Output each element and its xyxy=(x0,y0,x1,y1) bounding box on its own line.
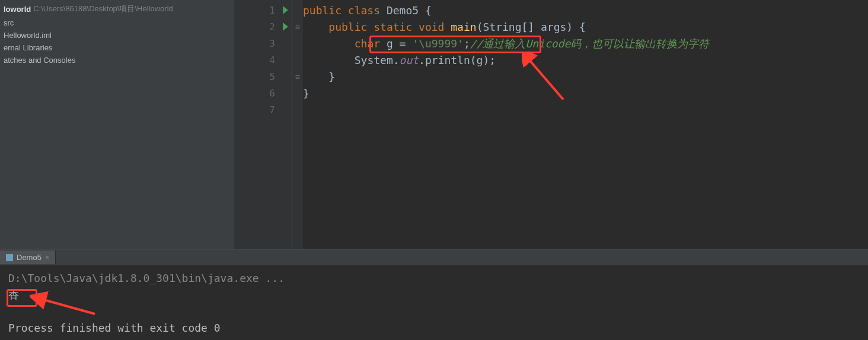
run-tab-label: Demo5 xyxy=(17,253,42,262)
tree-item-external-libs[interactable]: ernal Libraries xyxy=(0,41,234,54)
fold-icon[interactable]: ⊟ xyxy=(292,19,303,36)
code-token: main xyxy=(451,21,476,33)
console-output: 香 xyxy=(8,287,860,303)
gutter: 1 2 3 4 5 6 7 xyxy=(234,0,292,249)
line-number: 1 xyxy=(269,5,275,16)
code-token: out xyxy=(400,54,419,66)
code-token: (String[] args) { xyxy=(477,21,586,33)
line-number: 7 xyxy=(269,104,275,116)
code-token: class xyxy=(348,4,387,17)
code-editor[interactable]: 1 2 3 4 5 6 7 ⊟ ⊟ public class Demo5 { p… xyxy=(234,0,868,249)
run-tab[interactable]: Demo5 × xyxy=(0,251,56,264)
code-token: public static xyxy=(328,21,419,33)
line-number: 3 xyxy=(269,38,275,49)
fold-icon[interactable]: ⊟ xyxy=(292,69,303,85)
run-config-icon xyxy=(6,254,13,261)
run-gutter-icon[interactable] xyxy=(283,6,288,14)
line-number: 4 xyxy=(269,54,275,66)
run-gutter-icon[interactable] xyxy=(283,23,288,31)
code-token: .println(g); xyxy=(419,54,496,66)
tree-item-src[interactable]: src xyxy=(0,17,234,29)
code-token: public xyxy=(303,4,348,17)
line-number: 6 xyxy=(269,88,275,99)
project-path: C:\Users\86188\Desktop\项目\Helloworld xyxy=(33,4,173,14)
project-tree[interactable]: loworld C:\Users\86188\Desktop\项目\Hellow… xyxy=(0,0,234,249)
project-root[interactable]: loworld C:\Users\86188\Desktop\项目\Hellow… xyxy=(0,1,234,17)
code-token: '\u9999' xyxy=(412,37,464,50)
tree-item-scratches[interactable]: atches and Consoles xyxy=(0,54,234,66)
project-name: loworld xyxy=(4,5,31,14)
code-token: char xyxy=(355,37,387,50)
code-token: } xyxy=(328,70,335,83)
fold-column: ⊟ ⊟ xyxy=(292,0,303,249)
code-token: Demo5 xyxy=(387,4,425,17)
code-token: System. xyxy=(355,54,400,66)
console-exit: Process finished with exit code 0 xyxy=(8,320,860,336)
line-number: 2 xyxy=(269,21,275,33)
code-comment: //通过输入Unicode码，也可以让输出转换为字符 xyxy=(470,37,710,50)
close-icon[interactable]: × xyxy=(45,254,49,262)
fold-icon[interactable] xyxy=(292,2,303,19)
console-blank xyxy=(8,303,860,320)
run-console[interactable]: D:\Tools\Java\jdk1.8.0_301\bin\java.exe … xyxy=(0,265,868,340)
tree-item-iml[interactable]: Helloworld.iml xyxy=(0,29,234,41)
code-token: ; xyxy=(464,37,470,50)
code-area[interactable]: public class Demo5 { public static void … xyxy=(303,0,868,249)
code-token: g = xyxy=(387,37,412,50)
code-token: { xyxy=(425,4,432,17)
code-token: void xyxy=(419,21,451,33)
line-number: 5 xyxy=(269,71,275,82)
console-command: D:\Tools\Java\jdk1.8.0_301\bin\java.exe … xyxy=(8,270,860,287)
run-tab-bar: Demo5 × xyxy=(0,249,868,265)
code-token: } xyxy=(303,87,309,100)
